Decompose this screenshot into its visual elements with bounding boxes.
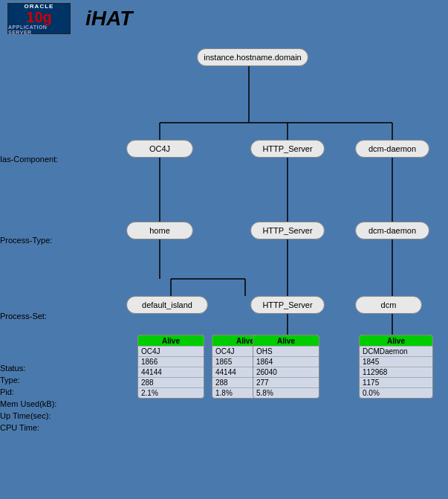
card2-mem-val: 44144 [215, 368, 236, 376]
card3-pid-val: 1864 [256, 358, 273, 366]
card4-type-row: DCMDaemon [360, 346, 432, 356]
label-process-type: Process-Type: [0, 236, 67, 245]
status-card-3: Alive OHS 1864 26040 277 5.8% [253, 335, 319, 399]
card3-type-val: OHS [256, 347, 273, 355]
card2-cpu-val: 1.8% [215, 389, 233, 397]
card3-pid-row: 1864 [253, 356, 319, 367]
card3-mem-val: 26040 [256, 368, 277, 376]
labels-column: Ias-Component: Process-Type: Process-Set… [0, 37, 67, 499]
status-bar-4: Alive [360, 335, 432, 346]
card1-mem-row: 44144 [138, 367, 204, 377]
label-ias-component: Ias-Component: [0, 155, 67, 164]
node-dcm-daemon2[interactable]: dcm-daemon [355, 222, 429, 239]
node-root[interactable]: instance.hostname.domain [197, 48, 308, 66]
card3-type-row: OHS [253, 346, 319, 356]
card4-type-val: DCMDaemon [363, 347, 408, 355]
card1-cpu-val: 2.1% [141, 389, 158, 397]
node-http-server2[interactable]: HTTP_Server [250, 222, 325, 239]
card3-uptime-row: 277 [253, 377, 319, 387]
app-title: iHAT [85, 7, 132, 30]
label-type: Type: [0, 376, 67, 384]
card3-uptime-val: 277 [256, 379, 269, 387]
diagram-area: instance.hostname.domain OC4J HTTP_Serve… [67, 37, 448, 499]
status-card-1: Alive OC4J 1866 44144 288 2.1% [137, 335, 204, 399]
app-server-text: APPLICATION SERVER [8, 25, 70, 35]
node-dcm-daemon1[interactable]: dcm-daemon [355, 140, 429, 158]
card4-pid-val: 1845 [363, 358, 379, 366]
card4-uptime-val: 1175 [363, 379, 379, 387]
node-http-server3[interactable]: HTTP_Server [250, 296, 325, 314]
card3-mem-row: 26040 [253, 367, 319, 377]
status-card-4: Alive DCMDaemon 1845 112968 1175 0.0% [359, 335, 433, 399]
node-home[interactable]: home [126, 222, 193, 239]
oracle-logo: ORACLE 10g APPLICATION SERVER [7, 3, 71, 34]
card4-cpu-val: 0.0% [363, 389, 380, 397]
label-status: Status: [0, 364, 67, 373]
card4-uptime-row: 1175 [360, 377, 432, 387]
card4-cpu-row: 0.0% [360, 387, 432, 398]
card1-uptime-row: 288 [138, 377, 204, 387]
card1-cpu-row: 2.1% [138, 387, 204, 398]
card4-pid-row: 1845 [360, 356, 432, 367]
node-default-island[interactable]: default_island [126, 296, 208, 314]
label-process-set: Process-Set: [0, 312, 67, 321]
card3-cpu-row: 5.8% [253, 387, 319, 398]
card1-mem-val: 44144 [141, 368, 162, 376]
card3-cpu-val: 5.8% [256, 389, 273, 397]
tree-lines [67, 37, 448, 499]
label-mem-used: Mem Used(kB): [0, 399, 67, 408]
label-up-time: Up Time(sec): [0, 411, 67, 420]
card4-mem-row: 112968 [360, 367, 432, 377]
card1-pid-val: 1866 [141, 358, 158, 366]
node-oc4j[interactable]: OC4J [126, 140, 193, 158]
card1-uptime-val: 288 [141, 379, 154, 387]
card1-type-val: OC4J [141, 347, 160, 355]
card4-mem-val: 112968 [363, 368, 387, 376]
card2-type-val: OC4J [215, 347, 235, 355]
header: ORACLE 10g APPLICATION SERVER iHAT [0, 0, 448, 37]
node-dcm[interactable]: dcm [355, 296, 422, 314]
card2-pid-val: 1865 [215, 358, 232, 366]
ten-g: 10g [26, 10, 51, 25]
status-bar-3: Alive [253, 335, 319, 346]
card2-uptime-val: 288 [215, 379, 228, 387]
card1-type-row: OC4J [138, 346, 204, 356]
card1-pid-row: 1866 [138, 356, 204, 367]
status-bar-1: Alive [138, 335, 204, 346]
node-http-server1[interactable]: HTTP_Server [250, 140, 325, 158]
main-content: Ias-Component: Process-Type: Process-Set… [0, 37, 448, 499]
label-pid: Pid: [0, 387, 67, 396]
label-cpu-time: CPU Time: [0, 423, 67, 432]
